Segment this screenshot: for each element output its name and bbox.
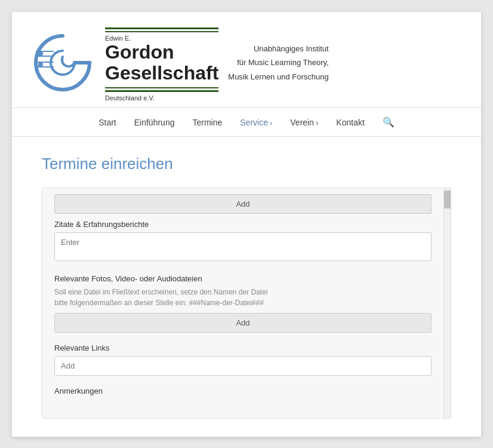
header-right-line2: für Music Learning Theory, [228, 56, 328, 69]
zitate-textarea[interactable] [54, 232, 432, 261]
nav-item-kontakt[interactable]: Kontakt [336, 118, 364, 127]
nav-item-termine[interactable]: Termine [192, 118, 222, 127]
scrollbar-track[interactable] [443, 188, 451, 418]
form-inner: Zitate & Erfahrungsberichte Relevante Fo… [42, 220, 443, 418]
logo-title: Gordon Gesellschaft [105, 42, 218, 84]
scrollbar-thumb[interactable] [444, 191, 451, 208]
anmerkungen-label: Anmerkungen [54, 386, 432, 395]
header-right-line1: Unabhängiges Institut [228, 42, 328, 56]
fotos-label: Relevante Fotos, Video- oder Audiodateie… [54, 274, 432, 283]
page-container: Edwin E. Gordon Gesellschaft Deutschland… [12, 12, 481, 437]
form-section-links: Relevante Links [54, 343, 432, 376]
zitate-label: Zitate & Erfahrungsberichte [54, 220, 432, 229]
logo-subtitle-bottom: Deutschland e.V. [105, 94, 218, 102]
nav-item-start[interactable]: Start [98, 118, 116, 127]
navigation: Start Einführung Termine Service Verein … [12, 108, 481, 137]
links-input[interactable] [54, 356, 432, 376]
page-title: Termine einreichen [42, 155, 451, 173]
top-add-row: Add [42, 188, 443, 220]
search-icon[interactable]: 🔍 [383, 116, 395, 128]
nav-item-einfuehrung[interactable]: Einführung [134, 118, 175, 127]
form-section-anmerkungen: Anmerkungen [54, 386, 432, 395]
links-label: Relevante Links [54, 343, 432, 352]
logo-icon [30, 30, 95, 96]
svg-point-1 [38, 62, 43, 67]
header: Edwin E. Gordon Gesellschaft Deutschland… [12, 12, 481, 108]
logo-text: Edwin E. Gordon Gesellschaft Deutschland… [105, 24, 218, 102]
logo-area: Edwin E. Gordon Gesellschaft Deutschland… [30, 24, 463, 102]
nav-item-verein[interactable]: Verein [290, 118, 318, 127]
header-right-line3: Musik Lernen und Forschung [228, 70, 328, 84]
form-card: Add Zitate & Erfahrungsberichte Relevant… [42, 188, 451, 419]
fotos-hint: Soll eine Datei im Fließtext erscheinen,… [54, 287, 432, 308]
header-right-text: Unabhängiges Institut für Music Learning… [228, 42, 328, 84]
form-section-fotos: Relevante Fotos, Video- oder Audiodateie… [54, 274, 432, 333]
form-section-zitate: Zitate & Erfahrungsberichte [54, 220, 432, 263]
nav-item-service[interactable]: Service [240, 118, 272, 127]
fotos-add-button[interactable]: Add [54, 313, 432, 333]
top-add-button[interactable]: Add [54, 194, 432, 214]
main-content: Termine einreichen Add Zitate & Erfahrun… [12, 137, 481, 437]
